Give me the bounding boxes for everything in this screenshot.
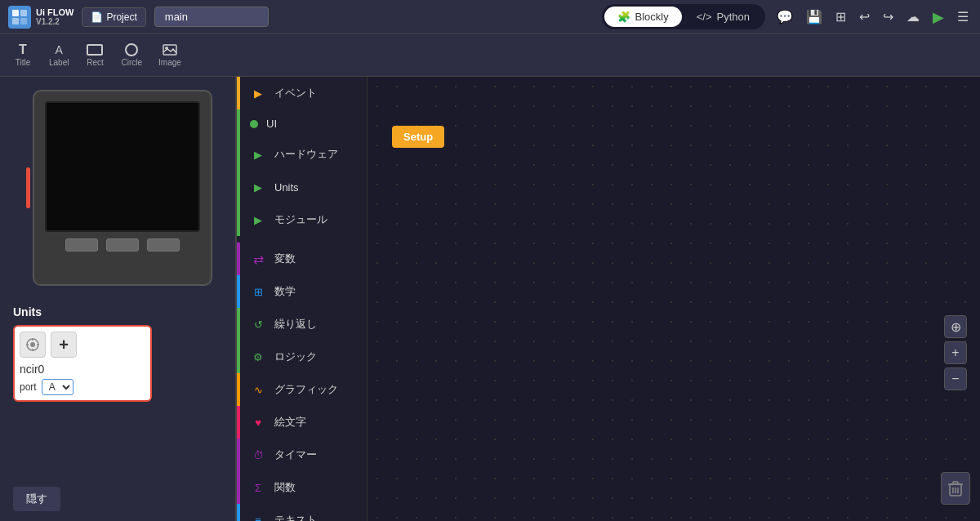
cloud-icon-button[interactable]: ☁ [903, 6, 923, 28]
circle-tool[interactable]: Circle [121, 43, 142, 67]
device-wrapper [20, 90, 216, 286]
device-btn-2 [106, 238, 139, 252]
device-preview [0, 77, 235, 299]
timer-icon: ⏱ [250, 447, 266, 463]
svg-rect-3 [20, 18, 27, 24]
redo-icon-button[interactable]: ↪ [880, 6, 897, 28]
circle-icon [122, 43, 141, 56]
app-name: Ui FLOW [36, 7, 74, 17]
canvas-area: Setup ⊕ + − [368, 77, 980, 521]
ui-dot [250, 120, 258, 128]
mode-toggle: 🧩 Blockly </> Python [602, 4, 765, 29]
device-btn-1 [65, 238, 98, 252]
app-logo [8, 6, 31, 29]
variables-icon: ⇄ [250, 251, 266, 267]
undo-icon-button[interactable]: ↩ [856, 6, 873, 28]
menu-item-emoji[interactable]: ♥ 絵文字 [237, 406, 367, 439]
text-icon: ≡ [250, 512, 266, 521]
image-tool-label: Image [158, 58, 181, 67]
grid-icon-button[interactable]: ⊞ [832, 6, 849, 28]
hardware-label: ハードウェア [274, 147, 338, 162]
label-tool[interactable]: A Label [49, 43, 69, 67]
device-btn-3 [147, 238, 180, 252]
menu-item-math[interactable]: ⊞ 数学 [237, 275, 367, 308]
menu-item-loop[interactable]: ↺ 繰り返し [237, 308, 367, 341]
text-label: テキスト [274, 513, 317, 521]
python-mode-button[interactable]: </> Python [684, 7, 763, 27]
label-tool-label: Label [49, 58, 69, 67]
svg-rect-4 [87, 45, 102, 55]
trash-button[interactable] [941, 472, 970, 505]
loop-label: 繰り返し [274, 317, 317, 332]
menu-item-text[interactable]: ≡ テキスト [237, 504, 367, 521]
ui-label: UI [266, 118, 277, 130]
menu-item-function[interactable]: Σ 関数 [237, 471, 367, 504]
port-label: port [20, 381, 37, 393]
menu-item-module[interactable]: ▶ モジュール [237, 203, 367, 236]
event-label: イベント [274, 86, 317, 100]
svg-rect-0 [12, 10, 19, 16]
units-section-title: Units [13, 305, 222, 318]
graphic-label: グラフィック [274, 382, 338, 397]
unit-name: ncir0 [20, 363, 145, 376]
svg-point-5 [126, 44, 137, 56]
hide-button[interactable]: 隠す [13, 487, 60, 511]
unit-settings-button[interactable] [20, 332, 46, 358]
save-icon-button[interactable]: 💾 [803, 6, 826, 28]
project-icon: 📄 [91, 11, 103, 23]
zoom-out-button[interactable]: − [944, 367, 967, 390]
module-icon: ▶ [250, 212, 266, 228]
device-body [33, 90, 212, 286]
device-screen [45, 101, 200, 232]
project-label: Project [106, 11, 136, 23]
main-content: Units + ncir0 [0, 77, 980, 521]
menu-item-units[interactable]: ▶ Units [237, 171, 367, 203]
setup-block[interactable]: Setup [392, 126, 444, 148]
app-version: V1.2.2 [36, 17, 74, 26]
units-section: Units + ncir0 [0, 299, 235, 480]
project-button[interactable]: 📄 Project [82, 7, 145, 27]
loop-icon: ↺ [250, 316, 266, 332]
circle-tool-label: Circle [121, 58, 142, 67]
svg-rect-2 [12, 18, 19, 24]
function-icon: Σ [250, 479, 266, 496]
menu-item-ui[interactable]: UI [237, 109, 367, 138]
menu-item-logic[interactable]: ⚙ ロジック [237, 341, 367, 373]
main-name-input[interactable] [154, 7, 269, 27]
zoom-in-button[interactable]: + [944, 341, 967, 364]
menu-item-timer[interactable]: ⏱ タイマー [237, 439, 367, 471]
units-card-header: + [20, 332, 145, 358]
port-select[interactable]: A B C [42, 379, 74, 395]
unit-port-row: port A B C [20, 379, 145, 395]
graphic-icon: ∿ [250, 381, 266, 398]
variables-label: 変数 [274, 252, 296, 266]
units-label: Units [274, 181, 299, 194]
block-menu: ▶ イベント UI ▶ ハードウェア ▶ Units ▶ モジュール ⇄ 変数 [237, 77, 368, 521]
python-label: Python [717, 11, 750, 23]
unit-add-button[interactable]: + [51, 332, 77, 358]
menu-item-hardware[interactable]: ▶ ハードウェア [237, 138, 367, 171]
blockly-label: Blockly [635, 11, 669, 23]
blockly-mode-button[interactable]: 🧩 Blockly [604, 7, 682, 27]
menu-item-event[interactable]: ▶ イベント [237, 77, 367, 109]
math-icon: ⊞ [250, 283, 266, 300]
navigate-icon-button[interactable]: ⊕ [944, 315, 967, 338]
title-tool[interactable]: T Title [13, 43, 33, 67]
title-icon: T [13, 43, 33, 56]
function-label: 関数 [274, 480, 296, 495]
device-red-bar [26, 167, 30, 208]
chat-icon-button[interactable]: 💬 [773, 6, 796, 28]
units-card: + ncir0 port A B C [13, 325, 152, 402]
emoji-icon: ♥ [250, 414, 266, 430]
menu-item-variables[interactable]: ⇄ 変数 [237, 243, 367, 275]
menu-item-graphic[interactable]: ∿ グラフィック [237, 373, 367, 406]
logic-label: ロジック [274, 350, 317, 364]
label-icon: A [49, 43, 69, 56]
menu-icon-button[interactable]: ☰ [954, 6, 972, 28]
timer-label: タイマー [274, 448, 317, 462]
run-icon-button[interactable]: ▶ [929, 5, 947, 29]
rect-icon [85, 43, 105, 56]
rect-tool[interactable]: Rect [85, 43, 105, 67]
hardware-icon: ▶ [250, 146, 266, 163]
image-tool[interactable]: Image [158, 43, 181, 67]
